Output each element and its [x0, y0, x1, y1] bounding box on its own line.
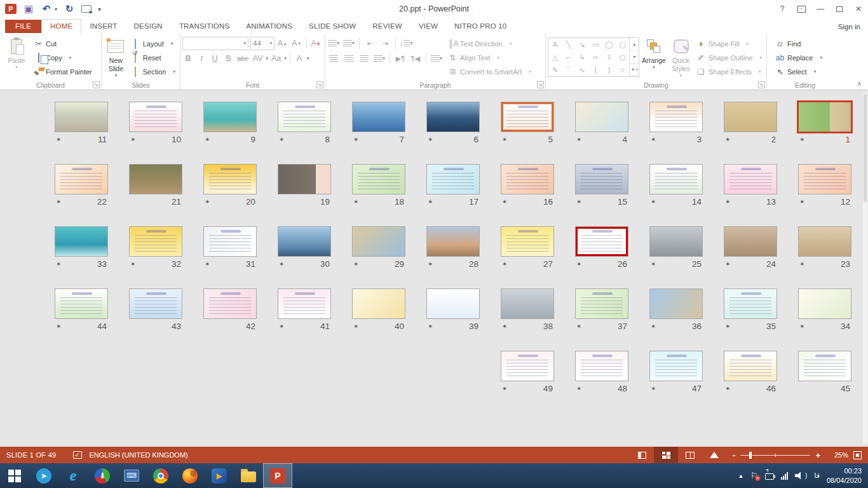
tab-design[interactable]: DESIGN	[126, 20, 171, 33]
transition-star-icon[interactable]: ✶	[576, 261, 581, 268]
shapes-scroll-up-icon[interactable]: ▲	[630, 38, 639, 51]
increase-indent-icon[interactable]: ⇥	[379, 37, 391, 50]
shape-glyph[interactable]: ↘	[575, 38, 588, 51]
customize-qat-icon[interactable]: ▾	[98, 6, 101, 13]
slide-show-button[interactable]	[702, 447, 726, 463]
transition-star-icon[interactable]: ✶	[576, 198, 581, 205]
transition-star-icon[interactable]: ✶	[725, 385, 730, 392]
transition-star-icon[interactable]: ✶	[576, 323, 581, 330]
arrange-button[interactable]: Arrange▾	[639, 36, 668, 79]
sign-in-link[interactable]: Sign in	[838, 23, 860, 30]
increase-font-size-button[interactable]: A▲	[276, 37, 288, 50]
tab-animations[interactable]: ANIMATIONS	[238, 20, 301, 33]
shapes-scroll-down-icon[interactable]: ▼	[630, 51, 639, 64]
font-color-button[interactable]: A	[294, 52, 305, 65]
action-center-flag-icon[interactable]: ⚐	[750, 471, 758, 480]
slide-thumbnail-39[interactable]	[426, 288, 480, 319]
slide-thumbnail-40[interactable]	[352, 288, 405, 319]
paste-button[interactable]: Paste▾	[2, 36, 31, 79]
line-spacing-button[interactable]: ↕▾	[400, 37, 412, 50]
slide-thumbnail-48[interactable]	[575, 351, 628, 381]
slide-sorter-view-button[interactable]	[654, 447, 678, 463]
transition-star-icon[interactable]: ✶	[205, 198, 210, 205]
slide-thumbnail-43[interactable]	[129, 288, 182, 319]
taskbar-internet-explorer[interactable]: e	[58, 463, 88, 488]
transition-star-icon[interactable]: ✶	[502, 261, 507, 268]
numbering-button[interactable]: ▾	[342, 37, 355, 50]
slide-thumbnail-3[interactable]	[649, 102, 703, 132]
slide-thumbnail-25[interactable]	[649, 226, 703, 257]
language-indicator[interactable]: ENGLISH (UNITED KINGDOM)	[90, 451, 188, 459]
shape-glyph[interactable]: ◯	[602, 38, 616, 51]
transition-star-icon[interactable]: ✶	[651, 136, 656, 143]
change-case-button[interactable]: Aa	[270, 52, 282, 65]
transition-star-icon[interactable]: ✶	[725, 323, 730, 330]
transition-star-icon[interactable]: ✶	[130, 136, 135, 143]
transition-star-icon[interactable]: ✶	[725, 198, 730, 205]
zoom-percentage[interactable]: 25%	[827, 451, 848, 459]
shape-glyph[interactable]: ↳	[575, 51, 588, 64]
collapse-ribbon-icon[interactable]: ∧	[857, 80, 862, 87]
slide-thumbnail-11[interactable]	[55, 102, 108, 132]
start-button[interactable]	[0, 463, 29, 488]
taskbar-idm[interactable]: ⬇	[88, 463, 117, 488]
slide-thumbnail-1[interactable]	[798, 102, 851, 132]
align-text-button[interactable]: ⇅Align Text ▾	[445, 51, 534, 65]
slide-thumbnail-9[interactable]	[203, 102, 257, 132]
transition-star-icon[interactable]: ✶	[502, 323, 507, 330]
layout-button[interactable]: Layout ▾	[128, 37, 178, 51]
shape-glyph[interactable]: ☆	[616, 64, 629, 76]
cut-button[interactable]: ✂Cut	[31, 37, 95, 51]
section-button[interactable]: Section ▾	[128, 65, 178, 79]
slide-thumbnail-6[interactable]	[426, 102, 480, 132]
italic-button[interactable]: I	[196, 52, 207, 65]
shape-glyph[interactable]: {	[589, 64, 602, 76]
text-shadow-button[interactable]: S	[222, 52, 234, 65]
minimize-icon[interactable]: —	[811, 1, 830, 17]
strikethrough-button[interactable]: abc	[236, 52, 250, 65]
slide-thumbnail-5[interactable]	[501, 102, 554, 132]
shapes-gallery[interactable]: A╲↘▭◯▢△⌐↳⇨⇩◻✎⌒∿{}☆ ▲ ▼ ▼≡	[548, 37, 639, 77]
taskbar-remote-keyboard[interactable]: ⌨	[117, 463, 146, 488]
slide-thumbnail-46[interactable]	[724, 351, 777, 381]
zoom-out-button[interactable]: -	[733, 451, 735, 460]
undo-icon[interactable]: ↶	[41, 3, 52, 15]
format-painter-button[interactable]: Format Painter	[31, 65, 95, 79]
slide-thumbnail-30[interactable]	[278, 226, 331, 257]
shape-glyph[interactable]: ◻	[616, 51, 629, 64]
ribbon-display-options-icon[interactable]: ↑	[792, 1, 811, 17]
slide-thumbnail-12[interactable]	[798, 164, 851, 194]
shape-glyph[interactable]: ╲	[562, 38, 575, 51]
taskbar-file-explorer[interactable]	[234, 463, 263, 488]
transition-star-icon[interactable]: ✶	[353, 323, 358, 330]
reading-view-button[interactable]	[678, 447, 702, 463]
new-slide-button[interactable]: New Slide▾	[104, 36, 128, 79]
tab-insert[interactable]: INSERT	[81, 20, 125, 33]
shape-outline-button[interactable]: ✐Shape Outline ▾	[694, 51, 764, 65]
slide-thumbnail-29[interactable]	[352, 226, 405, 257]
transition-star-icon[interactable]: ✶	[651, 198, 656, 205]
transition-star-icon[interactable]: ✶	[428, 261, 433, 268]
slide-thumbnail-13[interactable]	[724, 164, 777, 194]
transition-star-icon[interactable]: ✶	[651, 261, 656, 268]
convert-to-smartart-button[interactable]: ⊞Convert to SmartArt ▾	[445, 65, 534, 79]
transition-star-icon[interactable]: ✶	[56, 198, 61, 205]
transition-star-icon[interactable]: ✶	[353, 198, 358, 205]
shape-fill-button[interactable]: ⬧Shape Fill ▾	[694, 37, 764, 51]
taskbar-telegram[interactable]: ➤	[29, 463, 58, 488]
tab-file[interactable]: FILE	[5, 20, 41, 33]
tab-nitro-pro-10[interactable]: NITRO PRO 10	[446, 20, 515, 33]
shape-glyph[interactable]: ⇩	[602, 51, 616, 64]
help-icon[interactable]: ?	[773, 1, 792, 17]
slide-thumbnail-34[interactable]	[798, 288, 851, 319]
slide-thumbnail-2[interactable]	[724, 102, 777, 132]
spell-check-icon[interactable]: ✓	[73, 451, 82, 459]
slide-thumbnail-8[interactable]	[278, 102, 331, 132]
drawing-dialog-launcher-icon[interactable]: ⇘	[758, 81, 765, 88]
transition-star-icon[interactable]: ✶	[279, 261, 284, 268]
shape-glyph[interactable]: ▭	[589, 38, 602, 51]
decrease-indent-icon[interactable]: ⇤	[363, 37, 376, 50]
transition-star-icon[interactable]: ✶	[799, 323, 804, 330]
justify-icon[interactable]: ▾	[373, 52, 386, 65]
transition-star-icon[interactable]: ✶	[576, 136, 581, 143]
